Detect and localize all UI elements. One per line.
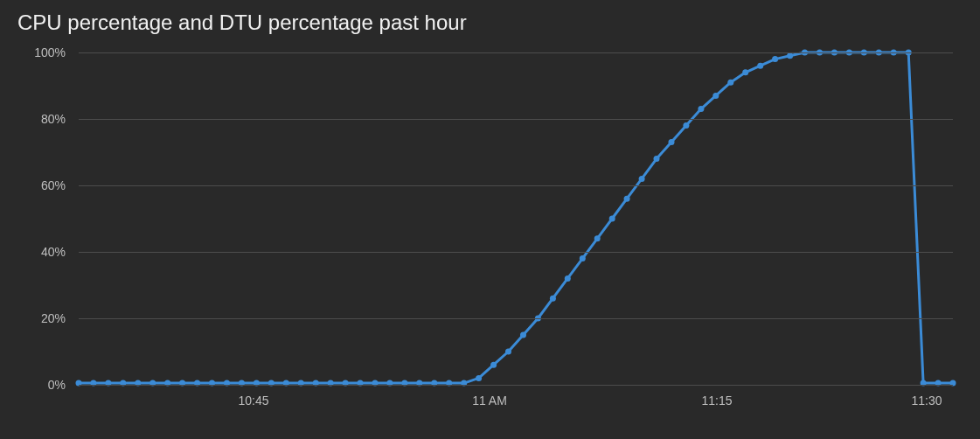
y-tick-label: 80% — [13, 112, 66, 126]
svg-point-33 — [565, 275, 571, 282]
y-tick-label: 40% — [13, 245, 66, 259]
line-series — [79, 52, 953, 385]
svg-point-38 — [639, 176, 645, 182]
svg-point-47 — [772, 56, 778, 62]
y-tick-label: 60% — [13, 178, 66, 192]
svg-point-27 — [476, 375, 482, 381]
svg-point-28 — [490, 362, 497, 368]
svg-point-44 — [727, 80, 733, 86]
svg-point-29 — [505, 349, 511, 355]
svg-point-37 — [624, 196, 630, 202]
gridline — [79, 318, 953, 319]
x-tick-label: 11:30 — [911, 394, 942, 408]
y-tick-label: 0% — [13, 378, 66, 392]
svg-point-35 — [594, 235, 601, 241]
svg-point-34 — [580, 255, 586, 261]
x-tick-label: 11 AM — [472, 394, 507, 408]
gridline — [79, 385, 953, 386]
svg-point-42 — [698, 106, 704, 112]
x-tick-label: 11:15 — [701, 394, 732, 408]
gridline — [79, 52, 953, 53]
gridline — [79, 119, 953, 120]
y-tick-label: 20% — [13, 311, 66, 325]
plot-area: 0%20%40%60%80%100%10:4511 AM11:1511:30 — [79, 52, 953, 385]
svg-point-40 — [669, 139, 675, 145]
svg-point-32 — [550, 296, 556, 302]
svg-point-46 — [757, 63, 763, 69]
gridline — [79, 185, 953, 186]
svg-point-39 — [654, 156, 660, 162]
gridline — [79, 252, 953, 253]
metrics-chart-panel: CPU percentage and DTU percentage past h… — [0, 0, 980, 439]
x-tick-label: 10:45 — [238, 394, 268, 408]
svg-point-48 — [787, 52, 793, 59]
svg-point-30 — [520, 332, 526, 338]
chart-title: CPU percentage and DTU percentage past h… — [17, 10, 467, 35]
svg-point-43 — [712, 93, 719, 99]
svg-point-36 — [609, 216, 615, 222]
y-tick-label: 100% — [13, 45, 66, 59]
svg-point-45 — [742, 69, 748, 75]
svg-point-41 — [683, 122, 689, 129]
